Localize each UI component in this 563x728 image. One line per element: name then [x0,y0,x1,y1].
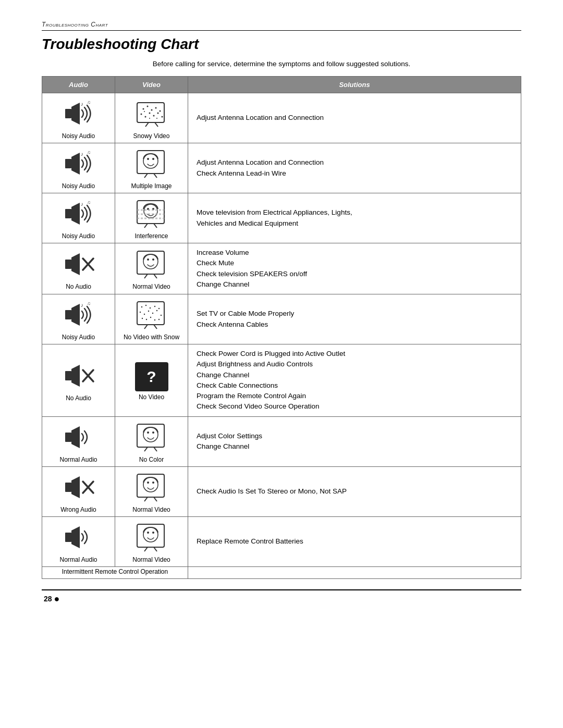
audio-icon [61,300,96,331]
intro-text: Before calling for service, determine th… [42,60,521,68]
video-cell-6: No Color [115,416,188,466]
page-title: Troubleshooting Chart [42,36,521,53]
solutions-cell-4: Set TV or Cable Mode ProperlyCheck Anten… [188,294,521,344]
video-cell-8: Normal Video [115,516,188,566]
footer-dot: ● [54,594,60,604]
solutions-cell-0: Adjust Antenna Location and Connection [188,93,521,143]
video-icon [134,249,169,281]
audio-label: Noisy Audio [62,182,95,190]
solutions-cell-6: Adjust Color SettingsChange Channel [188,416,521,466]
header-video: Video [115,77,188,93]
audio-label: Normal Audio [59,556,97,563]
extra-label: Intermittent Remote Control Operation [42,566,188,578]
video-icon [134,522,169,554]
solution-item: Adjust Antenna Location and Connection [197,157,512,168]
solution-item: Change Channel [197,441,512,452]
video-icon [134,300,169,331]
video-icon [134,199,169,230]
solutions-cell-5: Check Power Cord is Plugged into Active … [188,344,521,417]
video-label: Multiple Image [131,182,172,190]
video-cell-2: Interference [115,193,188,243]
video-label: Normal Video [132,506,170,513]
video-icon [134,149,169,180]
solution-item: Adjust Brightness and Audio Controls [197,359,512,369]
audio-icon [61,199,96,230]
video-cell-3: Normal Video [115,243,188,294]
table-row: Noisy Audio Snowy Video Adjust Antenna L… [42,93,521,143]
video-icon [134,98,169,130]
audio-label: Wrong Audio [60,506,96,513]
solution-item: Set TV or Cable Mode Properly [197,309,512,319]
extra-solutions-spacer [188,566,521,578]
audio-label: No Audio [66,394,91,402]
audio-icon [61,249,96,281]
video-cell-5: ? No Video [115,344,188,417]
video-icon [134,472,169,504]
no-video-question-icon: ? [135,362,168,391]
solution-item: Program the Remote Control Again [197,391,512,401]
audio-cell-1: Noisy Audio [42,143,115,193]
header-audio: Audio [42,77,115,93]
solutions-cell-1: Adjust Antenna Location and ConnectionCh… [188,143,521,193]
table-row: Noisy Audio No Video with Snow Set TV or… [42,294,521,344]
audio-cell-8: Normal Audio [42,516,115,566]
solution-item: Check Cable Connections [197,380,512,391]
solution-item: Check Antenna Cables [197,319,512,330]
video-icon [134,422,169,454]
video-label: No Video with Snow [124,334,179,341]
solution-item: Move television from Electrical Applianc… [197,207,512,218]
table-row: Normal Audio No Color Adjust Color Setti… [42,416,521,466]
troubleshooting-table: Audio Video Solutions Noisy Audio Snowy … [42,76,521,579]
video-label: Snowy Video [133,132,170,140]
audio-icon [61,522,96,554]
audio-label: Noisy Audio [62,232,95,240]
audio-icon [61,422,96,454]
video-label: No Color [139,456,164,463]
audio-icon [61,98,96,130]
solution-item: Vehicles and Medical Equipment [197,218,512,229]
video-label: Normal Video [132,283,170,290]
video-icon: ? [135,362,168,391]
page-number: 28 [44,595,52,603]
table-row: Wrong Audio Normal Video Check Audio Is … [42,466,521,516]
audio-cell-7: Wrong Audio [42,466,115,516]
table-row: No Audio Normal Video Increase VolumeChe… [42,243,521,294]
header-solutions: Solutions [188,77,521,93]
audio-label: Normal Audio [59,456,97,463]
table-row: Noisy Audio Multiple Image Adjust Antenn… [42,143,521,193]
solution-item: Check television SPEAKERS on/off [197,269,512,279]
audio-icon [61,361,96,392]
solution-item: Change Channel [197,279,512,290]
video-cell-7: Normal Video [115,466,188,516]
solution-item: Check Power Cord is Plugged into Active … [197,349,512,359]
solution-item: Check Antenna Lead-in Wire [197,168,512,179]
solutions-cell-7: Check Audio Is Set To Stereo or Mono, No… [188,466,521,516]
video-label: Normal Video [132,556,170,563]
solution-item: Check Mute [197,258,512,268]
audio-cell-6: Normal Audio [42,416,115,466]
table-row: Normal Audio Normal Video Replace Remote… [42,516,521,566]
table-row: Noisy Audio Interference Move television… [42,193,521,243]
solutions-cell-3: Increase VolumeCheck MuteCheck televisio… [188,243,521,294]
audio-label: No Audio [66,283,91,290]
audio-cell-0: Noisy Audio [42,93,115,143]
video-cell-0: Snowy Video [115,93,188,143]
solutions-cell-8: Replace Remote Control Batteries [188,516,521,566]
audio-label: Noisy Audio [62,334,95,341]
video-cell-1: Multiple Image [115,143,188,193]
section-label: Troubleshooting Chart [42,21,521,31]
solution-item: Check Audio Is Set To Stereo or Mono, No… [197,486,512,497]
table-row: No Audio ? No Video Check Power Cord is … [42,344,521,417]
solution-item: Adjust Color Settings [197,431,512,441]
audio-cell-5: No Audio [42,344,115,417]
audio-label: Noisy Audio [62,132,95,140]
video-label: No Video [139,393,164,401]
solution-item: Change Channel [197,370,512,380]
audio-icon [61,149,96,180]
audio-cell-3: No Audio [42,243,115,294]
video-cell-4: No Video with Snow [115,294,188,344]
solution-item: Increase Volume [197,248,512,258]
audio-cell-4: Noisy Audio [42,294,115,344]
audio-cell-2: Noisy Audio [42,193,115,243]
audio-icon [61,472,96,504]
